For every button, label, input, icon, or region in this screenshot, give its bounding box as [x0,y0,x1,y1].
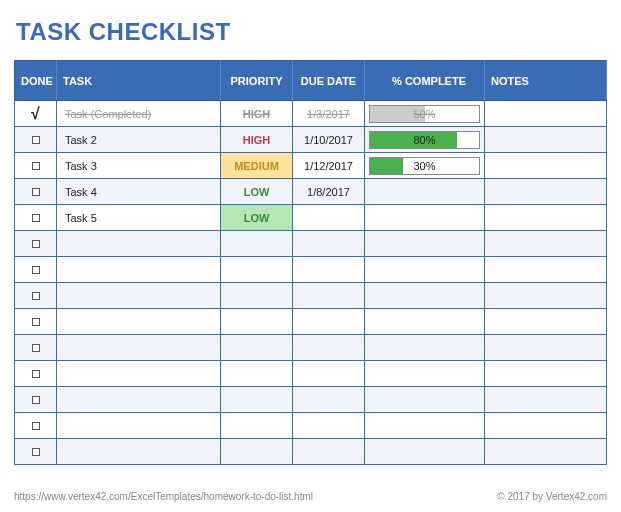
done-cell[interactable] [15,127,57,153]
empty-cell[interactable] [57,439,221,465]
done-cell[interactable] [15,439,57,465]
complete-cell[interactable]: 50% [365,101,485,127]
priority-cell[interactable]: LOW [221,205,293,231]
duedate-cell[interactable]: 1/8/2017 [293,179,365,205]
task-cell[interactable]: Task (Completed) [57,101,221,127]
done-cell[interactable] [15,361,57,387]
task-text: Task 5 [65,212,97,224]
empty-cell[interactable] [365,309,485,335]
complete-cell[interactable] [365,179,485,205]
checkbox-icon [32,240,40,248]
empty-cell[interactable] [293,387,365,413]
empty-cell[interactable] [221,387,293,413]
duedate-text: 1/10/2017 [304,134,353,146]
progress-bar: 50% [369,105,480,123]
empty-cell[interactable] [293,439,365,465]
empty-cell[interactable] [57,387,221,413]
notes-cell[interactable] [485,205,607,231]
empty-cell[interactable] [485,439,607,465]
empty-cell[interactable] [485,257,607,283]
header-priority: PRIORITY [221,61,293,101]
empty-cell[interactable] [221,257,293,283]
empty-cell[interactable] [485,309,607,335]
empty-cell[interactable] [365,413,485,439]
complete-cell[interactable] [365,205,485,231]
checkbox-icon [32,292,40,300]
empty-cell[interactable] [293,231,365,257]
empty-cell[interactable] [221,361,293,387]
empty-cell[interactable] [485,231,607,257]
empty-cell[interactable] [365,257,485,283]
empty-cell[interactable] [365,387,485,413]
done-cell[interactable] [15,413,57,439]
priority-cell[interactable]: LOW [221,179,293,205]
empty-cell[interactable] [485,283,607,309]
footer-url: https://www.vertex42.com/ExcelTemplates/… [14,491,313,502]
duedate-cell[interactable]: 1/12/2017 [293,153,365,179]
empty-cell[interactable] [365,361,485,387]
empty-cell[interactable] [57,231,221,257]
duedate-cell[interactable]: 1/10/2017 [293,127,365,153]
empty-cell[interactable] [221,309,293,335]
empty-cell[interactable] [485,335,607,361]
done-cell[interactable]: √ [15,101,57,127]
empty-cell[interactable] [57,309,221,335]
empty-cell[interactable] [293,283,365,309]
header-duedate: DUE DATE [293,61,365,101]
empty-cell[interactable] [221,335,293,361]
empty-cell[interactable] [221,231,293,257]
empty-cell[interactable] [293,257,365,283]
page-title: TASK CHECKLIST [16,18,607,46]
complete-cell[interactable]: 30% [365,153,485,179]
done-cell[interactable] [15,231,57,257]
empty-cell[interactable] [221,413,293,439]
table-row [15,257,607,283]
duedate-cell[interactable] [293,205,365,231]
duedate-cell[interactable]: 1/3/2017 [293,101,365,127]
table-row [15,387,607,413]
task-text: Task 4 [65,186,97,198]
complete-cell[interactable]: 80% [365,127,485,153]
empty-cell[interactable] [221,283,293,309]
notes-cell[interactable] [485,127,607,153]
empty-cell[interactable] [365,231,485,257]
done-cell[interactable] [15,309,57,335]
empty-cell[interactable] [485,361,607,387]
empty-cell[interactable] [485,387,607,413]
empty-cell[interactable] [57,335,221,361]
done-cell[interactable] [15,153,57,179]
checkbox-icon [32,422,40,430]
empty-cell[interactable] [365,283,485,309]
empty-cell[interactable] [293,413,365,439]
task-cell[interactable]: Task 2 [57,127,221,153]
task-cell[interactable]: Task 3 [57,153,221,179]
empty-cell[interactable] [485,413,607,439]
empty-cell[interactable] [293,309,365,335]
task-cell[interactable]: Task 5 [57,205,221,231]
table-row: Task 3MEDIUM1/12/201730% [15,153,607,179]
table-row [15,335,607,361]
empty-cell[interactable] [57,283,221,309]
done-cell[interactable] [15,205,57,231]
done-cell[interactable] [15,283,57,309]
task-cell[interactable]: Task 4 [57,179,221,205]
empty-cell[interactable] [57,361,221,387]
notes-cell[interactable] [485,101,607,127]
notes-cell[interactable] [485,153,607,179]
priority-cell[interactable]: HIGH [221,101,293,127]
priority-cell[interactable]: HIGH [221,127,293,153]
empty-cell[interactable] [293,335,365,361]
empty-cell[interactable] [221,439,293,465]
notes-cell[interactable] [485,179,607,205]
empty-cell[interactable] [293,361,365,387]
done-cell[interactable] [15,335,57,361]
priority-cell[interactable]: MEDIUM [221,153,293,179]
empty-cell[interactable] [57,413,221,439]
done-cell[interactable] [15,387,57,413]
empty-cell[interactable] [57,257,221,283]
done-cell[interactable] [15,179,57,205]
empty-cell[interactable] [365,335,485,361]
task-table: DONE TASK PRIORITY DUE DATE % COMPLETE N… [14,60,607,465]
empty-cell[interactable] [365,439,485,465]
done-cell[interactable] [15,257,57,283]
